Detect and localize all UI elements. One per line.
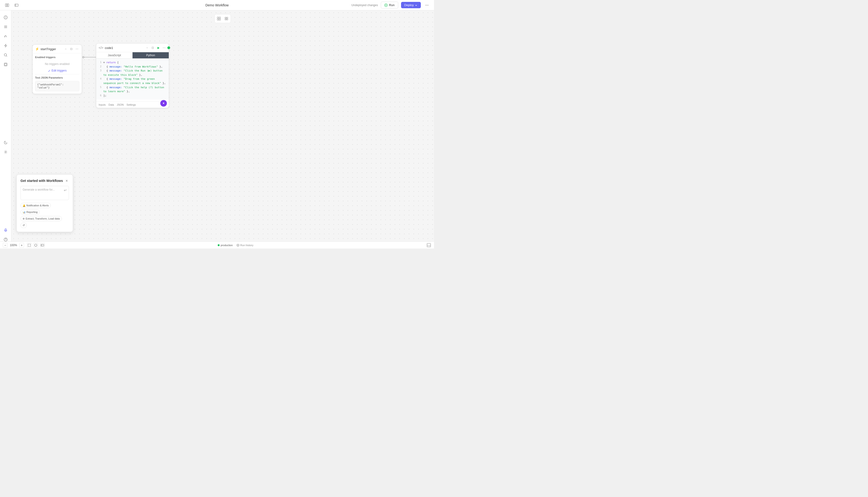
footer-tab-settings[interactable]: Settings (127, 103, 136, 106)
code-node-expand[interactable]: ⊡ (151, 45, 155, 50)
svg-marker-16 (4, 44, 7, 47)
svg-rect-28 (217, 19, 219, 20)
sidebar-item-functions[interactable] (1, 32, 10, 41)
code-node-header: </> code1 − ⊡ ▶ ⋯ (96, 44, 169, 52)
bottombar-status: production Run history (218, 244, 253, 246)
suggestion-chips: 🔔 Notification & Alerts 📊 Reporting ⚙ Ex… (20, 203, 69, 228)
topbar: Demo Workflow Undeployed changes Run Dep… (0, 0, 434, 10)
get-started-panel: Get started with Workflows ✕ Generate a … (16, 174, 73, 232)
conn-line (84, 57, 96, 57)
svg-point-23 (5, 229, 6, 230)
edit-triggers-link[interactable]: Edit triggers (35, 69, 79, 72)
code-node-actions: − ⊡ ▶ ⋯ (145, 45, 167, 50)
svg-point-11 (5, 18, 6, 18)
svg-rect-32 (225, 19, 226, 20)
svg-rect-35 (41, 244, 44, 246)
footer-tab-inputs[interactable]: Inputs (99, 103, 106, 106)
zoom-plus-button[interactable]: + (19, 243, 24, 247)
sidebar-item-triggers[interactable] (1, 41, 10, 50)
chip-refresh[interactable]: ↺ (20, 223, 27, 228)
enter-icon: ↵ (64, 188, 67, 193)
zoom-controls: − 100% + (3, 243, 24, 247)
run-button[interactable]: Run (381, 2, 398, 9)
enabled-triggers-label: Enabled triggers (35, 56, 79, 59)
svg-rect-26 (217, 17, 219, 18)
svg-rect-33 (227, 19, 228, 20)
code-editor[interactable]: 1 ▼ return [ 2 { message: "Hello from Wo… (96, 59, 169, 100)
expand-sidebar-button[interactable] (13, 2, 20, 9)
start-trigger-expand[interactable]: ⊡ (69, 46, 74, 51)
tab-python[interactable]: Python (132, 52, 169, 58)
code-line-4: 4 { message: "Drag from the green sequen… (98, 77, 167, 85)
sidebar-item-layers[interactable] (1, 60, 10, 69)
sidebar-item-list[interactable] (1, 23, 10, 31)
footer-tab-data[interactable]: Data (109, 103, 114, 106)
lightning-icon: ⚡ (35, 47, 39, 51)
tab-javascript[interactable]: JavaScript (96, 52, 132, 58)
code-node-minimize[interactable]: − (145, 45, 150, 50)
code-line-5: 5 { message: "Click the help (?) button … (98, 85, 167, 94)
start-trigger-minimize[interactable]: − (63, 46, 68, 51)
code-line-1: 1 ▼ return [ (98, 60, 167, 65)
code-tabs: JavaScript Python (96, 52, 169, 59)
code-footer-tabs: Inputs Data JSON Settings (99, 103, 136, 106)
code-node-more[interactable]: ⋯ (162, 45, 167, 50)
generate-placeholder: Generate a workflow for... (23, 188, 55, 191)
svg-rect-2 (15, 4, 18, 6)
node-connection (82, 56, 98, 58)
svg-rect-39 (427, 244, 430, 247)
get-started-close[interactable]: ✕ (64, 179, 69, 183)
svg-point-25 (5, 240, 6, 241)
sidebar-item-home[interactable] (1, 13, 10, 22)
json-params-value[interactable]: {"webhookParam1": "value"} (35, 81, 79, 91)
topbar-more-button[interactable] (424, 2, 430, 9)
workflow-title: Demo Workflow (205, 3, 229, 7)
generate-input[interactable]: Generate a workflow for... ↵ (20, 186, 69, 200)
canvas-layout-button[interactable] (216, 15, 222, 22)
no-triggers-label: No triggers enabled (35, 60, 79, 68)
bottombar-right (426, 243, 431, 247)
refresh-icon: ↺ (23, 224, 25, 227)
topbar-left (4, 2, 20, 9)
run-history-link[interactable]: Run history (237, 244, 254, 246)
zoom-minus-button[interactable]: − (3, 243, 8, 247)
deploy-button[interactable]: Deploy (401, 2, 421, 8)
bottombar-panel-button[interactable] (426, 243, 431, 247)
svg-rect-31 (227, 17, 228, 18)
code-line-6: 6 ]; (98, 94, 167, 98)
code-node: </> code1 − ⊡ ▶ ⋯ JavaScript Python 1 ▼ … (96, 43, 169, 108)
chart-icon: 📊 (23, 211, 25, 213)
code-node-play[interactable]: ▶ (156, 45, 161, 50)
code-line-3: 3 { message: "Click the Run (▶) button t… (98, 69, 167, 77)
bell-icon: 🔔 (23, 204, 25, 207)
svg-point-37 (237, 244, 239, 246)
svg-rect-27 (219, 17, 220, 18)
get-started-title: Get started with Workflows (20, 179, 63, 183)
zoom-reset-button[interactable] (33, 243, 38, 247)
code-icon: </> (99, 46, 103, 49)
canvas-toolbar (214, 14, 231, 23)
svg-rect-29 (219, 19, 220, 20)
zoom-expand-button[interactable] (27, 243, 31, 247)
start-trigger-more[interactable]: ⋯ (75, 46, 79, 51)
code-node-footer: Inputs Data JSON Settings ⚙ (96, 101, 169, 108)
start-trigger-node: ⚡ startTrigger − ⊡ ⋯ Enabled triggers No… (32, 44, 82, 94)
start-trigger-actions: − ⊡ ⋯ (63, 46, 79, 51)
canvas-grid-button[interactable] (223, 15, 230, 22)
svg-rect-20 (5, 63, 6, 66)
chip-notifications[interactable]: 🔔 Notification & Alerts (20, 203, 51, 208)
sidebar-item-settings[interactable] (1, 148, 10, 156)
svg-line-18 (6, 56, 7, 56)
zoom-value: 100% (9, 244, 18, 247)
chip-reporting[interactable]: 📊 Reporting (20, 210, 40, 215)
sidebar-toggle-button[interactable] (4, 2, 10, 9)
chip-etl[interactable]: ⚙ Extract, Transform, Load data (20, 216, 62, 221)
sidebar-item-history[interactable] (1, 138, 10, 147)
zoom-layout-button[interactable] (40, 243, 45, 247)
sidebar-item-rocket[interactable] (1, 226, 10, 235)
footer-tab-json[interactable]: JSON (117, 103, 124, 106)
canvas[interactable]: ⚡ startTrigger − ⊡ ⋯ Enabled triggers No… (11, 10, 434, 241)
sidebar-item-search[interactable] (1, 51, 10, 59)
svg-point-34 (34, 244, 37, 246)
svg-point-8 (428, 5, 428, 5)
